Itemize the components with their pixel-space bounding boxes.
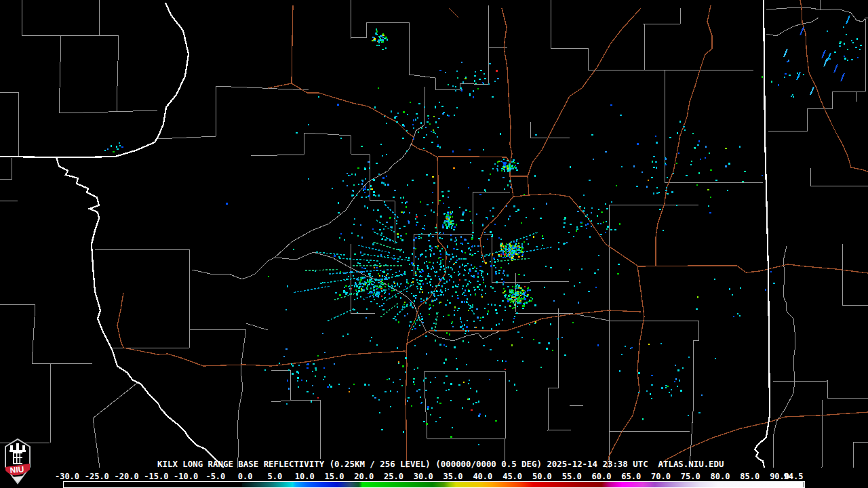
niu-logo[interactable]: NIU (3, 437, 32, 486)
radar-viewer: KILX LONG RANGE BASE REFLECTIVITY (0.25K… (0, 0, 868, 488)
colorbar-tick-label: 80.0 (711, 472, 730, 481)
colorbar-tick-label: 50.0 (532, 472, 552, 481)
colorbar-tick-label: 85.0 (740, 472, 760, 481)
colorbar-tick-label: 30.0 (414, 472, 433, 481)
colorbar-tick-label: 0.0 (238, 472, 253, 481)
colorbar-tick-label: -20.0 (114, 472, 138, 481)
colorbar-tick-label: 75.0 (681, 472, 701, 481)
colorbar-tick-label: 94.5 (784, 472, 804, 481)
colorbar (63, 481, 805, 488)
radar-map (0, 0, 868, 468)
radar-product-title: KILX LONG RANGE BASE REFLECTIVITY (0.25K… (157, 460, 724, 468)
colorbar-tick-label: 40.0 (473, 472, 492, 481)
colorbar-tick-label: 20.0 (354, 472, 374, 481)
colorbar-gradient (242, 482, 804, 487)
colorbar-tick-label: 60.0 (591, 472, 611, 481)
colorbar-tick-label: 45.0 (502, 472, 522, 481)
colorbar-tick-label: 10.0 (295, 472, 315, 481)
colorbar-tick-label: 65.0 (621, 472, 641, 481)
colorbar-tick-label: -15.0 (144, 472, 168, 481)
colorbar-tick-label: 55.0 (562, 472, 582, 481)
county-lines (0, 0, 868, 468)
colorbar-tick-label: 25.0 (384, 472, 403, 481)
colorbar-tick-label: 70.0 (651, 472, 671, 481)
colorbar-tick-label: -25.0 (85, 472, 109, 481)
colorbar-panel: -30.0-25.0-20.0-15.0-10.0-5.00.05.010.01… (0, 468, 868, 488)
colorbar-tick-label: 15.0 (325, 472, 344, 481)
colorbar-tick-label: -5.0 (205, 472, 225, 481)
colorbar-tick-label: -30.0 (55, 472, 79, 481)
colorbar-tick-label: -10.0 (174, 472, 198, 481)
colorbar-tick-label: 5.0 (268, 472, 283, 481)
niu-logo-text: NIU (9, 464, 24, 475)
colorbar-tick-label: 35.0 (443, 472, 463, 481)
